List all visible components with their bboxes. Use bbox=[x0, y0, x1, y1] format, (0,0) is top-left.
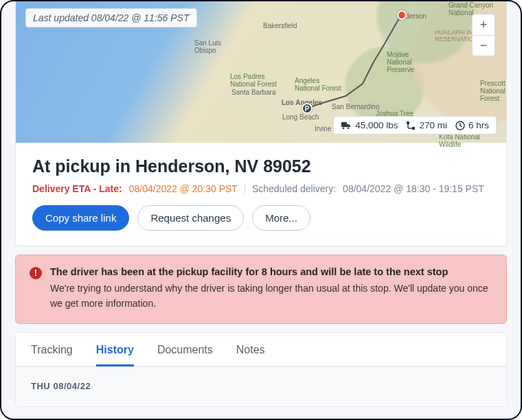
stat-distance: 270 mi bbox=[406, 120, 447, 130]
status-subline: Delivery ETA - Late: 08/04/2022 @ 20:30 … bbox=[32, 183, 490, 194]
map-status-card: San Luis Obispo Bakersfield Santa Barbar… bbox=[15, 1, 507, 246]
map-label-long-beach: Long Beach bbox=[282, 113, 319, 121]
stat-weight-value: 45,000 lbs bbox=[355, 120, 398, 130]
last-updated-badge: Last updated 08/04/22 @ 11:56 PST bbox=[25, 8, 197, 27]
alert-title: The driver has been at the pickup facili… bbox=[50, 266, 492, 277]
stat-weight: 45,000 lbs bbox=[341, 120, 398, 130]
stat-duration-value: 6 hrs bbox=[468, 120, 489, 130]
eta-value: 08/04/2022 @ 20:30 PST bbox=[129, 183, 238, 194]
map-label-kofa: Kofa National Wildlife bbox=[439, 133, 480, 148]
eta-label: Delivery ETA - Late: bbox=[32, 183, 122, 194]
map-label-angeles-nf: Angeles National Forest bbox=[295, 77, 341, 92]
alert-icon: ! bbox=[30, 267, 42, 279]
clock-icon bbox=[455, 121, 465, 130]
map-zoom-control: + − bbox=[472, 14, 495, 56]
content-column: San Luis Obispo Bakersfield Santa Barbar… bbox=[1, 1, 521, 407]
detail-tabs: Tracking History Documents Notes bbox=[16, 333, 506, 366]
scheduled-label: Scheduled delivery: bbox=[252, 183, 336, 194]
zoom-in-button[interactable]: + bbox=[473, 14, 495, 35]
stat-distance-value: 270 mi bbox=[419, 120, 447, 130]
shipment-detail-panel: San Luis Obispo Bakersfield Santa Barbar… bbox=[0, 0, 522, 420]
tab-history[interactable]: History bbox=[96, 344, 134, 366]
status-actions: Copy share link Request changes More... bbox=[32, 205, 490, 231]
destination-marker[interactable] bbox=[397, 10, 407, 20]
load-stats-bar: 45,000 lbs 270 mi 6 hrs bbox=[333, 116, 497, 135]
status-section: At pickup in Henderson, NV 89052 Deliver… bbox=[16, 143, 506, 246]
detail-tabs-card: Tracking History Documents Notes THU 08/… bbox=[15, 332, 507, 407]
copy-share-link-button[interactable]: Copy share link bbox=[32, 205, 129, 231]
route-icon bbox=[406, 121, 416, 130]
alert-body: The driver has been at the pickup facili… bbox=[50, 266, 492, 311]
map-label-santa-barbara: Santa Barbara bbox=[231, 89, 276, 96]
status-title: At pickup in Henderson, NV 89052 bbox=[32, 156, 490, 176]
subline-divider bbox=[245, 183, 245, 194]
origin-marker[interactable]: P bbox=[302, 103, 313, 114]
map-label-irvine: Irvine bbox=[315, 125, 331, 132]
map-label-san-luis-obispo: San Luis Obispo bbox=[194, 39, 221, 54]
scheduled-value: 08/04/2022 @ 18:30 - 19:15 PST bbox=[343, 183, 484, 194]
tab-notes[interactable]: Notes bbox=[236, 344, 265, 366]
more-button[interactable]: More... bbox=[252, 205, 310, 231]
map-label-los-padres: Los Padres National Forest bbox=[230, 73, 277, 88]
late-alert: ! The driver has been at the pickup faci… bbox=[15, 255, 507, 324]
map-label-bakersfield: Bakersfield bbox=[263, 22, 297, 30]
alert-message: We're trying to understand why the drive… bbox=[50, 281, 492, 311]
map-label-san-bernardino: San Bernardino bbox=[332, 103, 380, 110]
zoom-out-button[interactable]: − bbox=[473, 35, 495, 56]
tab-documents[interactable]: Documents bbox=[157, 344, 213, 366]
map-label-prescott: Prescott National Forest bbox=[480, 80, 506, 102]
request-changes-button[interactable]: Request changes bbox=[137, 205, 244, 231]
svg-rect-1 bbox=[412, 127, 415, 130]
svg-rect-0 bbox=[407, 121, 409, 124]
stat-duration: 6 hrs bbox=[455, 120, 489, 130]
route-map[interactable]: San Luis Obispo Bakersfield Santa Barbar… bbox=[16, 1, 506, 143]
map-label-mojave: Mojave National Preserve bbox=[387, 51, 414, 73]
truck-icon bbox=[341, 121, 352, 130]
tab-tracking[interactable]: Tracking bbox=[31, 344, 73, 366]
history-date-header: THU 08/04/22 bbox=[16, 366, 506, 406]
